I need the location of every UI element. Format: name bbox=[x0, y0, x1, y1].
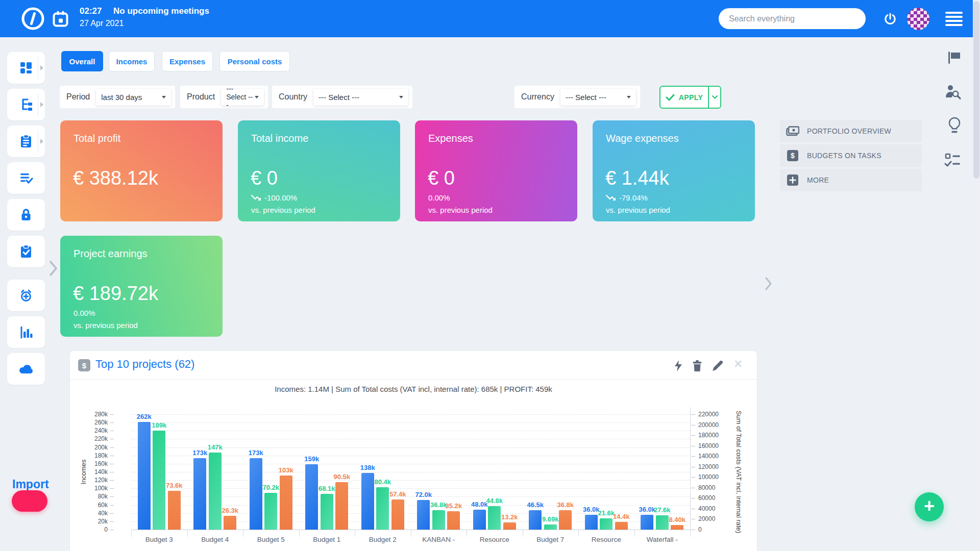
bar-profit[interactable] bbox=[168, 491, 181, 530]
product-select[interactable]: --- Select --- bbox=[221, 89, 264, 106]
add-widget-fab-button[interactable]: + bbox=[915, 492, 944, 521]
bar-incomes[interactable] bbox=[138, 422, 151, 530]
sidebar-item-cloud[interactable] bbox=[7, 353, 45, 385]
bar-sum-of-total-costs-vat-incl-internal-rate-[interactable] bbox=[209, 453, 222, 530]
kpi-card-expenses[interactable]: Expenses € 0 0.00% vs. previous period bbox=[415, 120, 577, 221]
sidebar-item-lock[interactable] bbox=[7, 199, 45, 231]
hamburger-menu-icon[interactable] bbox=[945, 12, 963, 28]
panel-more[interactable]: MORE bbox=[780, 169, 922, 191]
sidebar-item-list[interactable] bbox=[7, 162, 45, 194]
kpi-card-total-profit[interactable]: Total profit € 388.12k bbox=[60, 120, 223, 221]
bar-incomes[interactable] bbox=[641, 515, 653, 530]
bar-value-label: 35.2k bbox=[439, 502, 468, 510]
currency-select[interactable]: --- Select --- bbox=[560, 89, 636, 106]
tab-label: Overall bbox=[69, 57, 95, 66]
bar-value-label: 46.5k bbox=[521, 501, 550, 509]
left-axis-tick-mark bbox=[110, 530, 114, 530]
user-search-icon[interactable] bbox=[944, 83, 962, 101]
sidebar-item-tasks-check[interactable] bbox=[7, 236, 45, 267]
kpi-card-project-earnings[interactable]: Project earnings € 189.72k 0.00% vs. pre… bbox=[60, 236, 223, 337]
panel-portfolio-overview[interactable]: PORTFOLIO OVERVIEW bbox=[780, 120, 922, 142]
right-axis-tick-mark bbox=[691, 446, 695, 446]
bar-profit[interactable] bbox=[615, 522, 628, 530]
left-axis-tick-mark bbox=[110, 521, 114, 522]
sidebar-item-dashboard[interactable] bbox=[7, 52, 45, 84]
bar-value-label: 147k bbox=[201, 443, 229, 451]
right-axis-tick: 160000 bbox=[698, 442, 729, 449]
left-axis-tick: 240k bbox=[77, 427, 108, 434]
bar-chart-plot: 020k40k60k80k100k120k140k160k180k200k220… bbox=[70, 351, 757, 551]
bar-value-label: 159k bbox=[298, 455, 326, 463]
panel-item-label: MORE bbox=[807, 176, 829, 184]
bar-profit[interactable] bbox=[335, 482, 348, 530]
bar-profit[interactable] bbox=[280, 475, 292, 530]
bar-incomes[interactable] bbox=[193, 458, 206, 530]
lightbulb-icon[interactable] bbox=[947, 116, 962, 136]
period-label: Period bbox=[66, 92, 90, 102]
bar-sum-of-total-costs-vat-incl-internal-rate-[interactable] bbox=[432, 510, 445, 530]
right-axis-tick-mark bbox=[691, 509, 695, 509]
import-pill-button[interactable] bbox=[12, 490, 47, 512]
bar-incomes[interactable] bbox=[585, 515, 598, 530]
category-label: Resource bbox=[467, 536, 523, 543]
panel-item-label: PORTFOLIO OVERVIEW bbox=[807, 127, 891, 135]
panel-budgets-on-tasks[interactable]: $ BUDGETS ON TASKS bbox=[780, 144, 922, 167]
bar-incomes[interactable] bbox=[473, 510, 486, 530]
kpi-subtext: vs. previous period bbox=[74, 321, 138, 330]
sidebar-item-clipboard[interactable] bbox=[7, 126, 45, 157]
bar-profit[interactable] bbox=[447, 511, 460, 530]
tab-personal-costs[interactable]: Personal costs bbox=[219, 51, 290, 71]
bar-value-label: 103k bbox=[272, 466, 300, 474]
bar-sum-of-total-costs-vat-incl-internal-rate-[interactable] bbox=[321, 494, 333, 530]
plus-square-icon bbox=[787, 174, 798, 186]
tab-expenses[interactable]: Expenses bbox=[162, 51, 213, 71]
bar-profit[interactable] bbox=[503, 522, 516, 530]
vertical-scrollbar-thumb[interactable] bbox=[973, 1, 979, 179]
kpi-card-total-income[interactable]: Total income € 0 -100.00% vs. previous p… bbox=[238, 120, 400, 221]
bar-profit[interactable] bbox=[671, 525, 683, 530]
left-axis-tick: 80k bbox=[77, 493, 108, 500]
tab-overall[interactable]: Overall bbox=[61, 51, 103, 71]
flag-icon[interactable] bbox=[947, 51, 962, 64]
kpi-subtext: vs. previous period bbox=[251, 206, 315, 214]
check-icon bbox=[666, 94, 675, 101]
bar-sum-of-total-costs-vat-incl-internal-rate-[interactable] bbox=[153, 431, 165, 530]
right-axis-tick-mark bbox=[691, 456, 695, 457]
kpi-change: 0.00% bbox=[74, 309, 95, 317]
category-label: Budget 5 bbox=[243, 536, 299, 543]
right-axis-tick: 60000 bbox=[698, 494, 729, 502]
bar-sum-of-total-costs-vat-incl-internal-rate-[interactable] bbox=[264, 493, 277, 530]
left-axis-tick-mark bbox=[110, 480, 114, 481]
bar-profit[interactable] bbox=[224, 516, 236, 530]
sidebar-item-chart[interactable] bbox=[7, 316, 45, 348]
bar-sum-of-total-costs-vat-incl-internal-rate-[interactable] bbox=[544, 524, 557, 530]
power-icon[interactable] bbox=[884, 12, 897, 26]
task-list-icon[interactable] bbox=[944, 152, 962, 168]
widgets-next-chevron-icon[interactable] bbox=[765, 277, 773, 291]
bar-value-label: 262k bbox=[130, 413, 158, 420]
bar-incomes[interactable] bbox=[305, 464, 318, 530]
apply-dropdown-button[interactable] bbox=[708, 87, 720, 108]
search-input[interactable] bbox=[719, 8, 866, 29]
bar-profit[interactable] bbox=[559, 510, 572, 530]
apply-button[interactable]: APPLY bbox=[660, 87, 708, 108]
sidebar-item-hierarchy[interactable] bbox=[7, 89, 45, 120]
left-axis-tick: 180k bbox=[77, 452, 108, 459]
import-label[interactable]: Import bbox=[12, 478, 49, 491]
category-separator bbox=[690, 530, 691, 537]
clipboard-check-icon bbox=[19, 244, 33, 259]
kpi-title: Wage expenses bbox=[606, 133, 679, 144]
kpi-card-wage-expenses[interactable]: Wage expenses € 1.44k -79.04% vs. previo… bbox=[593, 120, 755, 221]
left-axis-tick: 280k bbox=[77, 411, 108, 418]
period-select[interactable]: last 30 days bbox=[96, 89, 171, 106]
country-select[interactable]: --- Select --- bbox=[313, 89, 408, 106]
app-logo-icon[interactable] bbox=[21, 7, 44, 30]
sidebar-expand-chevron-icon[interactable] bbox=[49, 260, 58, 277]
calendar-icon[interactable] bbox=[52, 10, 69, 28]
user-avatar[interactable] bbox=[907, 8, 929, 30]
list-check-icon bbox=[19, 171, 33, 185]
bar-profit[interactable] bbox=[391, 499, 404, 530]
bar-incomes[interactable] bbox=[250, 458, 262, 530]
tab-incomes[interactable]: Incomes bbox=[109, 51, 155, 71]
sidebar-item-timer[interactable] bbox=[7, 280, 45, 311]
